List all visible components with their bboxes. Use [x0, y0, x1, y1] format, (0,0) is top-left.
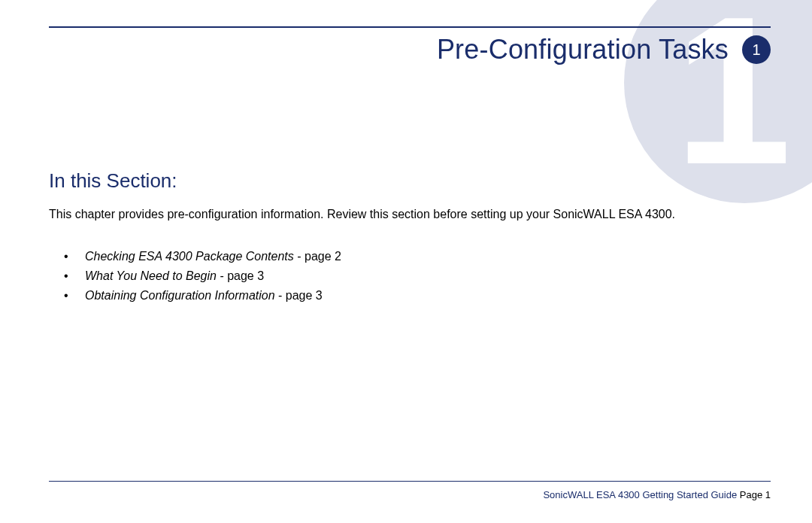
footer: SonicWALL ESA 4300 Getting Started Guide… [49, 481, 771, 501]
toc-list: Checking ESA 4300 Package Contents - pag… [49, 247, 771, 305]
footer-page-number: Page 1 [737, 489, 771, 500]
chapter-watermark-number: 1 [674, 0, 792, 196]
toc-item-title: What You Need to Begin [85, 269, 217, 282]
toc-item: Checking ESA 4300 Package Contents - pag… [85, 247, 771, 266]
toc-item: Obtaining Configuration Information - pa… [85, 286, 771, 306]
chapter-number-badge: 1 [742, 35, 771, 64]
footer-divider [49, 481, 771, 482]
section-intro: This chapter provides pre-configuration … [49, 206, 771, 223]
footer-guide-name: SonicWALL ESA 4300 Getting Started Guide [543, 489, 737, 500]
header-divider [49, 26, 771, 28]
toc-item: What You Need to Begin - page 3 [85, 266, 771, 286]
toc-item-page: - page 3 [217, 269, 264, 282]
chapter-header: Pre-Configuration Tasks 1 [437, 34, 771, 65]
chapter-title: Pre-Configuration Tasks [437, 34, 729, 65]
section-heading: In this Section: [49, 169, 771, 193]
chapter-number: 1 [752, 41, 760, 59]
content-area: In this Section: This chapter provides p… [49, 169, 771, 305]
footer-text: SonicWALL ESA 4300 Getting Started Guide… [49, 489, 771, 500]
toc-item-title: Checking ESA 4300 Package Contents [85, 250, 294, 263]
toc-item-page: - page 2 [294, 250, 341, 263]
toc-item-page: - page 3 [275, 289, 323, 302]
toc-item-title: Obtaining Configuration Information [85, 289, 275, 302]
